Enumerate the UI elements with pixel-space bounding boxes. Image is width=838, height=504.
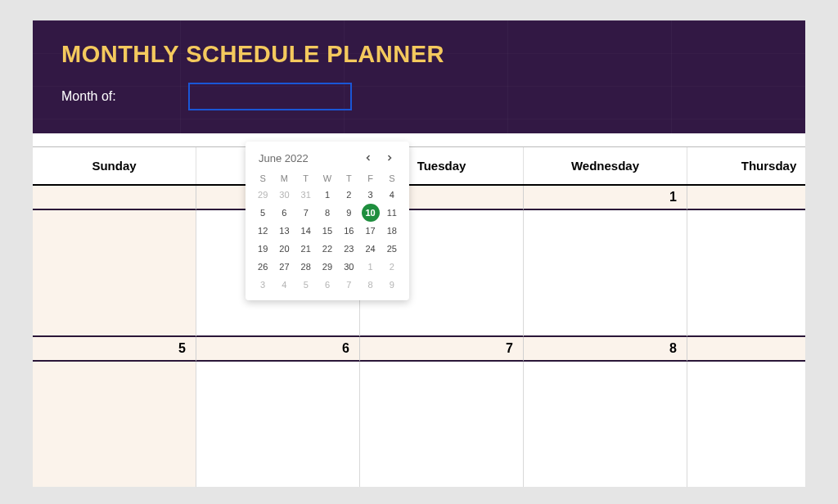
datepicker-day[interactable]: 13 — [275, 222, 293, 240]
weekday-header: Sunday — [33, 147, 196, 184]
datepicker-day[interactable]: 6 — [318, 276, 336, 294]
datepicker-day[interactable]: 28 — [297, 258, 315, 276]
datepicker-nav — [362, 151, 396, 164]
planner-date-cell[interactable]: 5 — [33, 337, 196, 362]
planner-body-row — [33, 362, 805, 487]
datepicker-day[interactable]: 15 — [318, 222, 336, 240]
weekday-header: Thursday — [687, 147, 805, 184]
datepicker-day[interactable]: 5 — [297, 276, 315, 294]
datepicker-day[interactable]: 7 — [297, 204, 315, 222]
datepicker-day[interactable]: 26 — [254, 258, 272, 276]
planner-date-cell[interactable]: 8 — [524, 337, 687, 362]
datepicker-day[interactable]: 29 — [318, 258, 336, 276]
chevron-left-icon[interactable] — [362, 151, 375, 164]
sheet-header: MONTHLY SCHEDULE PLANNER Month of: — [33, 20, 805, 133]
datepicker-dow: S — [381, 171, 403, 186]
datepicker-day[interactable]: 4 — [383, 186, 401, 204]
datepicker-day[interactable]: 29 — [254, 186, 272, 204]
weekday-header-row: Sunday Monday Tuesday Wednesday Thursday — [33, 146, 805, 186]
planner-date-cell[interactable]: 1 — [524, 186, 687, 210]
datepicker-day[interactable]: 17 — [362, 222, 380, 240]
planner-date-cell[interactable] — [687, 337, 805, 362]
planner-body-cell[interactable] — [33, 210, 196, 337]
datepicker-day[interactable]: 24 — [362, 240, 380, 258]
datepicker-day[interactable]: 23 — [340, 240, 358, 258]
datepicker-day[interactable]: 6 — [275, 204, 293, 222]
datepicker-day[interactable]: 9 — [383, 276, 401, 294]
datepicker-day-today[interactable]: 10 — [362, 204, 380, 222]
month-of-input[interactable] — [188, 83, 352, 110]
datepicker-grid: SMTWTFS293031123456789101112131415161718… — [252, 171, 403, 294]
planner-body-cell[interactable] — [687, 362, 805, 487]
datepicker-day[interactable]: 9 — [340, 204, 358, 222]
planner-body-cell[interactable] — [360, 362, 524, 487]
planner-date-row: 5 6 7 8 — [33, 337, 805, 362]
planner-body-row — [33, 210, 805, 337]
month-row: Month of: — [61, 83, 777, 110]
datepicker-dow: T — [338, 171, 359, 186]
datepicker-day[interactable]: 16 — [340, 222, 358, 240]
datepicker-day[interactable]: 31 — [297, 186, 315, 204]
datepicker-header: June 2022 — [252, 150, 403, 171]
datepicker-day[interactable]: 2 — [383, 258, 401, 276]
datepicker-day[interactable]: 11 — [383, 204, 401, 222]
datepicker-day[interactable]: 8 — [318, 204, 336, 222]
planner-date-cell[interactable]: 6 — [196, 337, 360, 362]
planner-body-cell[interactable] — [196, 362, 360, 487]
spreadsheet-sheet: MONTHLY SCHEDULE PLANNER Month of: Sunda… — [33, 20, 805, 487]
datepicker-day[interactable]: 14 — [297, 222, 315, 240]
datepicker-day[interactable]: 3 — [362, 186, 380, 204]
datepicker-day[interactable]: 30 — [340, 258, 358, 276]
planner-body-cell[interactable] — [687, 210, 805, 337]
datepicker-day[interactable]: 25 — [383, 240, 401, 258]
datepicker-day[interactable]: 22 — [318, 240, 336, 258]
datepicker-dow: M — [273, 171, 295, 186]
datepicker-dow: T — [295, 171, 317, 186]
datepicker-dow: F — [359, 171, 381, 186]
planner-body-cell[interactable] — [524, 210, 687, 337]
datepicker-day[interactable]: 3 — [254, 276, 272, 294]
datepicker-dow: W — [317, 171, 338, 186]
planner-date-cell[interactable] — [33, 186, 196, 210]
datepicker-day[interactable]: 1 — [318, 186, 336, 204]
datepicker-day[interactable]: 5 — [254, 204, 272, 222]
weekday-header: Wednesday — [524, 147, 687, 184]
datepicker-day[interactable]: 7 — [340, 276, 358, 294]
datepicker-dow: S — [252, 171, 273, 186]
datepicker-day[interactable]: 19 — [254, 240, 272, 258]
page-title: MONTHLY SCHEDULE PLANNER — [61, 41, 777, 68]
datepicker-day[interactable]: 8 — [362, 276, 380, 294]
datepicker-day[interactable]: 4 — [275, 276, 293, 294]
planner-body-cell[interactable] — [524, 362, 687, 487]
datepicker-day[interactable]: 27 — [275, 258, 293, 276]
datepicker-day[interactable]: 2 — [340, 186, 358, 204]
datepicker-day[interactable]: 1 — [362, 258, 380, 276]
month-label: Month of: — [61, 89, 116, 104]
datepicker-day[interactable]: 12 — [254, 222, 272, 240]
planner-date-cell[interactable] — [687, 186, 805, 210]
datepicker-day[interactable]: 20 — [275, 240, 293, 258]
datepicker-day[interactable]: 21 — [297, 240, 315, 258]
planner-date-row: 1 — [33, 186, 805, 210]
datepicker-day[interactable]: 30 — [275, 186, 293, 204]
planner-body-cell[interactable] — [33, 362, 196, 487]
chevron-right-icon[interactable] — [383, 151, 396, 164]
spacer — [33, 133, 805, 140]
datepicker-month-year[interactable]: June 2022 — [259, 152, 309, 164]
datepicker-popup[interactable]: June 2022 SMTWTFS29303112345678910111213… — [246, 142, 409, 300]
datepicker-day[interactable]: 18 — [383, 222, 401, 240]
planner-date-cell[interactable]: 7 — [360, 337, 524, 362]
